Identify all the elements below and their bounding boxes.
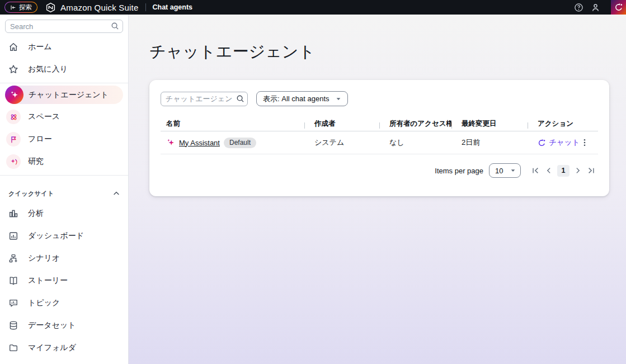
research-icon [6,154,21,169]
bar-chart-icon [8,209,18,219]
sidebar-item-label: お気に入り [28,64,68,74]
first-page-icon [531,167,539,174]
user-icon[interactable] [591,3,600,12]
next-page-button[interactable] [571,164,585,177]
assistant-chat-tile[interactable] [611,0,626,15]
sidebar-item-home[interactable]: ホーム [0,36,128,58]
chat-agents-icon [5,86,23,104]
agent-search-input[interactable] [161,92,248,106]
sidebar-item-analyses[interactable]: 分析 [0,202,128,225]
table-header-row: 名前 作成者 所有者のアクセス権 最終変更日 アクション [161,116,598,131]
home-icon [8,42,18,52]
caret-down-icon [335,96,342,102]
quick-suite-logo-icon [45,2,56,13]
sidebar-item-dashboards[interactable]: ダッシュボード [0,225,128,247]
explore-button[interactable]: 探索 [4,2,37,13]
topbar-divider [145,3,146,11]
sidebar-divider [0,83,128,83]
topic-icon [8,298,18,308]
main-content: チャットエージェント 表示: All chat agents 名前 作成者 所有… [129,15,626,364]
agent-sparkle-icon [166,138,175,147]
sidebar-item-label: チャットエージェント [29,90,109,100]
sidebar-item-label: トピック [28,298,60,308]
breadcrumb: Chat agents [153,3,193,11]
dashboard-icon [8,231,18,241]
items-per-page-dropdown[interactable]: 10 [489,163,521,178]
cell-creator: システム [304,138,379,148]
chat-action-button[interactable]: チャット [538,138,580,148]
sidebar-item-scenarios[interactable]: シナリオ [0,247,128,270]
sidebar-item-chat-agents[interactable]: チャットエージェント [5,86,123,104]
brand-name: Amazon Quick Suite [60,3,139,12]
sidebar-item-label: シナリオ [28,253,60,263]
default-badge: Default [224,138,256,148]
section-label: クイックサイト [8,190,54,198]
chat-agents-card: 表示: All chat agents 名前 作成者 所有者のアクセス権 最終変… [149,80,609,196]
col-header-owner-access[interactable]: 所有者のアクセス権 [379,119,451,129]
sidebar-item-label: ホーム [28,42,52,52]
sidebar-item-label: ストーリー [28,276,68,286]
view-filter-value: 表示: All chat agents [263,94,330,104]
sidebar-item-datasets[interactable]: データセット [0,314,128,337]
page-number[interactable]: 1 [557,165,569,177]
sidebar-item-research[interactable]: 研究 [0,150,128,173]
chat-refresh-icon [614,3,623,12]
table-row: My Assistant Default システム なし 2日前 [161,131,598,154]
sidebar-item-label: スペース [28,112,60,122]
cell-last-modified: 2日前 [451,138,528,148]
search-icon [236,94,244,103]
database-icon [8,320,18,330]
scenario-icon [8,253,18,263]
sidebar-item-label: 研究 [28,157,44,167]
view-filter-dropdown[interactable]: 表示: All chat agents [256,91,348,106]
spaces-icon [6,110,21,124]
sidebar-item-label: ダッシュボード [28,231,84,241]
agents-table: 名前 作成者 所有者のアクセス権 最終変更日 アクション My Assistan… [161,116,598,154]
col-header-name[interactable]: 名前 [161,119,304,129]
chevron-up-icon[interactable] [112,190,120,197]
previous-page-button[interactable] [542,164,556,177]
sidebar-search-input[interactable] [5,20,123,33]
sidebar-item-label: マイフォルダ [28,343,76,353]
sidebar-section-quicksight: クイックサイト [0,178,128,202]
pagination: Items per page 10 1 [161,163,598,178]
sidebar-item-label: フロー [28,134,52,144]
cell-owner-access: なし [379,138,451,148]
folder-icon [8,343,18,353]
col-header-last-modified[interactable]: 最終変更日 [451,119,528,129]
top-bar: 探索 Amazon Quick Suite Chat agents [0,0,626,15]
agent-name-link[interactable]: My Assistant [179,139,220,147]
page-title: チャットエージェント [149,41,609,63]
sidebar-item-spaces[interactable]: スペース [0,106,128,128]
items-per-page-label: Items per page [435,167,483,175]
brand[interactable]: Amazon Quick Suite [45,2,139,13]
sidebar-item-favorites[interactable]: お気に入り [0,58,128,81]
sidebar-item-label: データセット [28,320,76,330]
star-icon [8,64,18,74]
last-page-icon [587,167,595,174]
sidebar-item-my-folders[interactable]: マイフォルダ [0,337,128,359]
chevron-left-icon [545,167,553,174]
col-header-creator[interactable]: 作成者 [304,119,379,129]
help-icon[interactable] [574,3,583,12]
search-icon [111,22,119,30]
sidebar-item-flows[interactable]: フロー [0,128,128,150]
sidebar-divider [0,175,128,176]
items-per-page-value: 10 [495,167,503,175]
chevron-right-icon [574,167,582,174]
caret-down-icon [510,167,516,174]
pane-collapse-icon [10,4,16,11]
sidebar-item-topics[interactable]: トピック [0,292,128,314]
sidebar: ホーム お気に入り チャットエージェント スペース [0,15,129,364]
last-page-button[interactable] [585,164,598,177]
flow-icon [6,132,21,146]
col-header-actions: アクション [528,119,598,129]
first-page-button[interactable] [529,164,542,177]
chat-refresh-icon [538,139,546,147]
sparkle-icon [10,90,19,100]
explore-label: 探索 [19,3,32,12]
sidebar-item-label: 分析 [28,209,44,219]
sidebar-item-stories[interactable]: ストーリー [0,270,128,292]
chat-action-label: チャット [549,138,580,148]
kebab-menu-icon[interactable] [580,138,589,147]
